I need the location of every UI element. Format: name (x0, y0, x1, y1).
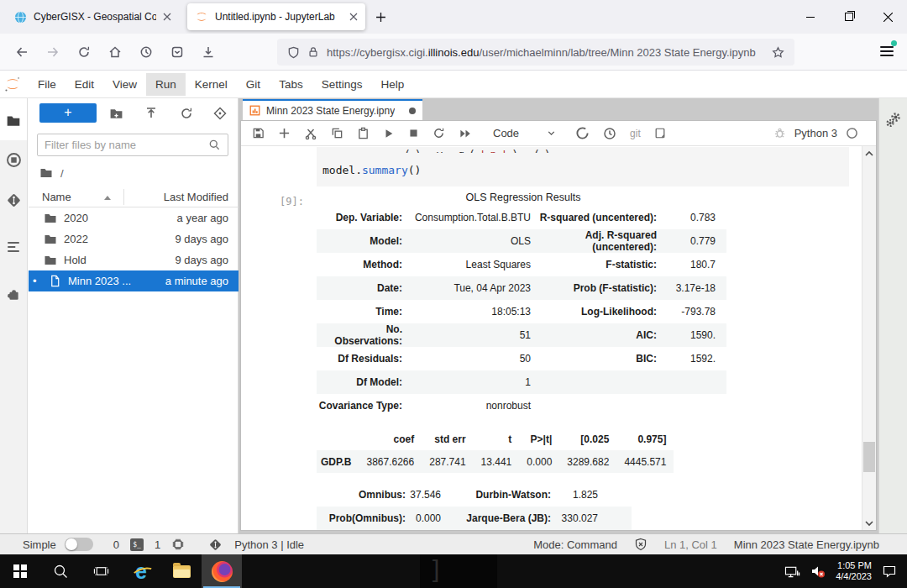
new-tab-icon[interactable] (375, 12, 386, 23)
unsaved-dot[interactable] (409, 108, 416, 114)
kernel-status-icon[interactable] (846, 127, 858, 139)
browser-tab-jupyterlab[interactable]: Untitled.ipynb - JupyterLab (187, 3, 365, 30)
app-menu-icon[interactable] (880, 44, 894, 55)
git-status-icon[interactable] (208, 538, 223, 552)
refresh-icon[interactable] (180, 107, 193, 120)
file-row-2020[interactable]: 2020 a year ago (29, 207, 239, 228)
kernel-chip-icon[interactable] (171, 538, 185, 551)
file-row-hold[interactable]: Hold 9 days ago (29, 249, 239, 270)
history-icon[interactable] (139, 45, 153, 59)
file-name: 2022 (64, 233, 88, 245)
menu-item-file[interactable]: File (29, 73, 66, 96)
menu-item-settings[interactable]: Settings (312, 73, 372, 96)
cursor-position-label[interactable]: Ln 1, Col 1 (664, 538, 717, 551)
internet-explorer-icon[interactable]: e (121, 554, 161, 588)
git-label[interactable]: git (630, 128, 641, 139)
notebook-tab[interactable]: Minn 2023 State Energy.ipny (243, 99, 422, 120)
url-bar[interactable]: https://cybergisx.cigi.illinois.edu/user… (277, 39, 794, 66)
file-row-minn-2023[interactable]: • Minn 2023 ... a minute ago (29, 270, 239, 291)
kernel-circle-icon[interactable] (575, 126, 590, 140)
column-last-modified[interactable]: Last Modified (164, 191, 228, 203)
save-icon[interactable] (252, 127, 265, 139)
new-folder-icon[interactable] (109, 107, 123, 121)
interrupt-icon[interactable] (408, 128, 419, 139)
close-tab-icon[interactable] (349, 13, 358, 21)
property-inspector-gears-icon[interactable] (885, 112, 902, 129)
extension-manager-tab-icon[interactable] (6, 286, 21, 302)
active-file-label[interactable]: Minn 2023 State Energy.ipynb (734, 538, 879, 551)
table-of-contents-tab-icon[interactable] (6, 239, 21, 255)
file-explorer-icon[interactable] (161, 554, 202, 588)
back-icon[interactable] (15, 45, 29, 59)
run-icon[interactable] (383, 128, 395, 139)
home-icon[interactable] (108, 45, 122, 59)
notebook-diff-icon[interactable] (654, 127, 666, 139)
browser-tab-cybergisx[interactable]: CyberGISX - Geospatial Commu (7, 3, 179, 30)
restore-icon[interactable] (830, 0, 868, 34)
start-button[interactable] (0, 554, 40, 588)
jupyter-logo-icon (4, 76, 21, 92)
scroll-down-icon[interactable] (862, 516, 876, 530)
file-browser-tab-icon[interactable] (6, 113, 21, 129)
code-cell[interactable]: () y g('p') () model.summary() (317, 147, 849, 186)
paste-icon[interactable] (357, 127, 370, 139)
restart-kernel-icon[interactable] (433, 127, 445, 139)
code-line[interactable]: model.summary() (322, 164, 849, 176)
scrollbar-thumb[interactable] (863, 442, 875, 472)
volume-muted-icon[interactable] (810, 564, 826, 579)
new-launcher-button[interactable]: + (39, 103, 97, 123)
breadcrumb[interactable]: / (39, 166, 64, 180)
upload-icon[interactable] (144, 107, 158, 120)
minimize-icon[interactable] (791, 0, 830, 34)
menu-item-kernel[interactable]: Kernel (186, 73, 237, 96)
menu-item-view[interactable]: View (103, 73, 146, 96)
column-name[interactable]: Name (42, 191, 71, 203)
close-window-icon[interactable] (868, 0, 907, 34)
menu-item-git[interactable]: Git (237, 73, 270, 96)
breadcrumb-root[interactable]: / (60, 167, 64, 180)
file-name: Hold (64, 254, 87, 266)
menu-item-help[interactable]: Help (371, 73, 413, 96)
scroll-up-icon[interactable] (862, 146, 876, 160)
copy-icon[interactable] (331, 127, 343, 139)
kernel-status-label[interactable]: Python 3 | Idle (234, 538, 304, 551)
bookmark-star-icon[interactable] (772, 46, 784, 59)
kernel-name-label[interactable]: Python 3 (794, 127, 837, 139)
running-kernels-tab-icon[interactable] (6, 152, 22, 168)
simple-mode-toggle[interactable] (65, 538, 93, 551)
update-dot (891, 40, 897, 46)
cell-type-label[interactable]: Code (493, 127, 519, 139)
forward-icon[interactable] (46, 45, 60, 59)
filter-files-input[interactable] (38, 139, 208, 151)
git-tab-icon[interactable] (6, 192, 22, 208)
menu-item-tabs[interactable]: Tabs (270, 73, 312, 96)
debugger-bug-icon[interactable] (773, 127, 786, 139)
action-center-icon[interactable] (882, 564, 897, 578)
notebook-scrollbar[interactable] (862, 146, 876, 530)
close-tab-icon[interactable] (163, 13, 171, 21)
run-all-icon[interactable] (459, 128, 473, 139)
git-clone-icon[interactable] (213, 107, 227, 120)
notebook-icon (249, 105, 260, 116)
lock-icon[interactable] (307, 46, 319, 58)
command-mode-label[interactable]: Mode: Command (533, 538, 617, 551)
taskbar-search-icon[interactable] (40, 554, 81, 588)
file-row-2022[interactable]: 2022 9 days ago (29, 228, 239, 249)
task-view-icon[interactable] (81, 554, 121, 588)
pocket-icon[interactable] (170, 45, 184, 59)
menu-item-run[interactable]: Run (146, 73, 186, 96)
notebook-panel: Code git Python 3 () y g('p') () model.s… (240, 120, 877, 531)
tracking-shield-icon[interactable] (287, 46, 300, 59)
insert-cell-icon[interactable] (278, 127, 291, 139)
firefox-taskbar-icon[interactable] (202, 554, 242, 588)
downloads-icon[interactable] (202, 45, 215, 59)
checkpoint-clock-icon[interactable] (603, 127, 616, 140)
terminal-icon[interactable]: $_ (130, 538, 144, 551)
menu-item-edit[interactable]: Edit (66, 73, 103, 96)
cell-type-chevron-icon[interactable] (546, 128, 557, 139)
trust-shield-icon[interactable] (634, 538, 647, 551)
cut-icon[interactable] (304, 127, 317, 140)
network-icon[interactable] (784, 564, 800, 579)
reload-icon[interactable] (77, 45, 91, 59)
taskbar-clock[interactable]: 1:05 PM 4/4/2023 (836, 560, 872, 582)
